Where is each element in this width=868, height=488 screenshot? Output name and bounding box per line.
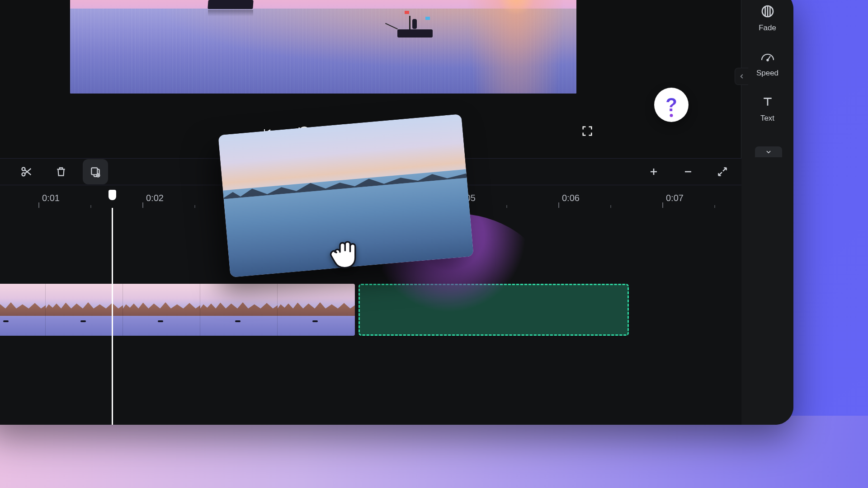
sidebar-label-fade: Fade [759, 23, 776, 33]
svg-rect-4 [91, 168, 97, 174]
timeline-tracks[interactable] [0, 208, 741, 425]
playhead[interactable] [112, 208, 113, 425]
page-background-strip [0, 416, 868, 488]
split-button[interactable] [14, 159, 39, 184]
ruler-mark: 0:02 [146, 193, 164, 203]
help-icon: ? [665, 94, 677, 116]
redo-button[interactable] [0, 159, 5, 184]
sidebar-label-text: Text [760, 114, 774, 123]
grab-cursor-icon [328, 237, 360, 269]
ruler-mark: 0:01 [42, 193, 60, 203]
right-sidebar: Filters Fade Speed Text [741, 0, 793, 425]
sidebar-item-fade[interactable]: Fade [741, 0, 793, 41]
sidebar-item-text[interactable]: Text [741, 86, 793, 131]
fullscreen-button[interactable] [581, 125, 594, 138]
clip-thumbnail [0, 284, 46, 336]
zoom-fit-button[interactable] [710, 159, 735, 184]
video-clip[interactable] [0, 284, 355, 336]
ruler-mark: 0:06 [562, 193, 580, 203]
clip-thumbnail [278, 284, 355, 336]
help-button[interactable]: ? [654, 88, 689, 122]
sidebar-item-speed[interactable]: Speed [741, 41, 793, 86]
zoom-in-button[interactable] [641, 159, 666, 184]
collapse-sidebar-button[interactable] [735, 68, 748, 85]
duplicate-button[interactable] [83, 159, 108, 184]
fade-icon [760, 4, 775, 19]
speed-icon [760, 49, 775, 64]
text-icon [760, 94, 775, 109]
preview-canvas[interactable] [70, 0, 576, 94]
preview-boat-2 [397, 29, 433, 38]
clip-thumbnail [200, 284, 278, 336]
sidebar-label-speed: Speed [756, 69, 778, 78]
clip-thumbnail [123, 284, 200, 336]
expand-sidebar-down-button[interactable] [755, 146, 782, 157]
zoom-out-button[interactable] [675, 159, 701, 184]
preview-boat-1 [208, 0, 253, 9]
svg-point-1 [767, 59, 768, 61]
ruler-mark: 0:07 [666, 193, 684, 203]
delete-button[interactable] [48, 159, 74, 184]
editor-window: 5 5 Filters Fade Speed [0, 0, 793, 425]
